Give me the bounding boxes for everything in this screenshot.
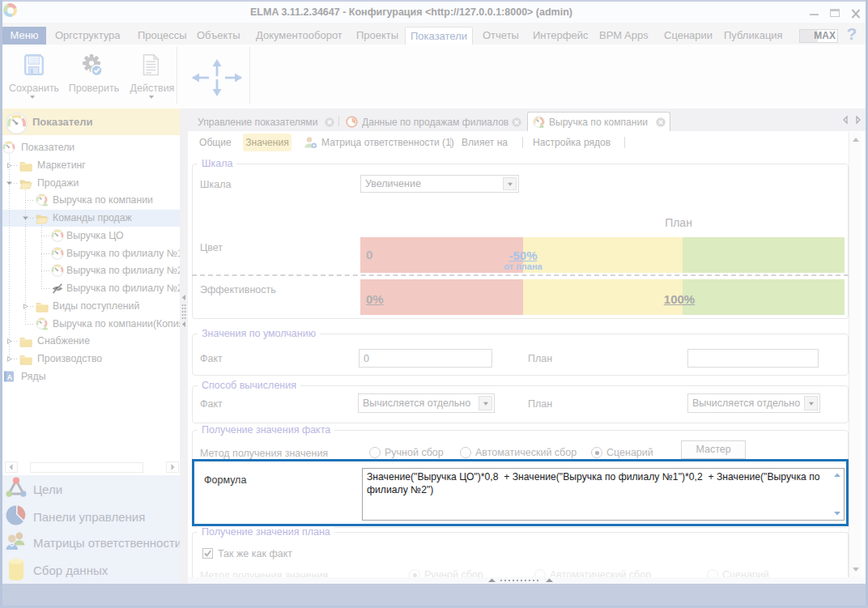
efficiency-scale-bar <box>360 279 845 315</box>
chevron-down-icon[interactable] <box>479 396 492 410</box>
scrollbar-thumb[interactable] <box>30 462 143 473</box>
check-gear-icon <box>81 53 102 76</box>
tree-item-продажи[interactable]: Продажи <box>2 174 180 192</box>
tree-item-выручка-по-филиалу-№1[interactable]: Выручка по филиалу №1 <box>2 244 180 262</box>
calc-fact-select[interactable]: Вычисляется отдельно <box>358 393 495 413</box>
scale-label: Шкала <box>200 179 231 190</box>
tree-collapse-icon[interactable] <box>6 180 13 187</box>
minimize-button[interactable] <box>809 9 820 19</box>
scroll-up-icon[interactable] <box>852 137 860 142</box>
close-button[interactable] <box>850 9 862 19</box>
ribbon-tabbar: MAX ? МенюОргструктураПроцессыОбъектыДок… <box>2 23 866 45</box>
ribbon-tab-menu[interactable]: Меню <box>2 27 46 45</box>
tree-item-показатели[interactable]: Показатели <box>2 138 180 156</box>
max-toggle[interactable]: MAX <box>799 29 838 43</box>
document-tab-label: Данные по продажам филиалов <box>362 117 508 128</box>
efficiency-zero-link[interactable]: 0% <box>366 292 384 306</box>
ribbon-tab-документооборот[interactable]: Документооборот <box>256 27 343 45</box>
plan-method-radio-1-selected[interactable] <box>409 569 420 577</box>
tree-item-производство[interactable]: Производство <box>2 350 180 368</box>
subtab-vliyaet-na[interactable]: Влияет на <box>462 131 508 154</box>
content-scrollbar[interactable] <box>849 132 862 577</box>
ribbon-tab-отчеты[interactable]: Отчеты <box>483 27 519 45</box>
tree-item-команды-продаж[interactable]: Команды продаж <box>2 209 180 227</box>
toolbar-button-сохранить[interactable]: Сохранить <box>9 45 57 108</box>
tree-item-выручка-по-филиалу-№2[interactable]: Выручка по филиалу №2 <box>2 261 180 279</box>
tree-collapse-icon[interactable] <box>22 215 29 222</box>
tree-expand-icon[interactable] <box>6 338 13 345</box>
tab-scroll-arrows[interactable] <box>842 115 863 125</box>
tree-expand-icon[interactable] <box>6 162 13 169</box>
tree-item-ряды[interactable]: АРяды <box>2 368 180 385</box>
ribbon-tab-показатели[interactable]: Показатели <box>405 27 473 45</box>
toolbar-button-проверить[interactable]: Проверить <box>67 45 121 108</box>
tree-item-label: Продажи <box>37 177 79 189</box>
scroll-left-button[interactable] <box>5 461 18 473</box>
plan-method-radio-2[interactable] <box>534 569 546 577</box>
scroll-up-icon[interactable] <box>832 471 842 479</box>
tree-item-выручка-по-компании-копия[interactable]: Выручка по компании(Копия <box>2 315 180 333</box>
document-tab-label: Управление показателями <box>198 117 321 128</box>
scale-select[interactable]: Увеличение <box>360 175 519 193</box>
tree-item-выручка-цо[interactable]: Выручка ЦО <box>2 227 180 244</box>
tab-close-icon[interactable] <box>656 117 666 127</box>
ribbon-tab-проекты[interactable]: Проекты <box>356 27 398 45</box>
subtab-obshchie[interactable]: Общие <box>199 131 232 154</box>
ribbon-tab-интерфейс[interactable]: Интерфейс <box>533 27 588 45</box>
tree-item-снабжение[interactable]: Снабжение <box>2 332 180 350</box>
sidebar-splitter[interactable] <box>180 108 188 584</box>
same-as-fact-checkbox[interactable] <box>202 548 213 559</box>
defaults-plan-input[interactable] <box>687 349 819 368</box>
efficiency-hundred-link[interactable]: 100% <box>639 292 720 306</box>
ribbon-tab-сценарии[interactable]: Сценарии <box>664 27 713 45</box>
sidebar-nav-сбор-данных[interactable]: Сбор данных <box>2 558 180 582</box>
chevron-down-icon <box>149 96 154 99</box>
tree-item-выручка-по-филиалу-№2[interactable]: Выручка по филиалу №2 <box>2 279 180 297</box>
sidebar-nav-матрицы-ответственности[interactable]: Матрицы ответственности <box>2 530 180 555</box>
fact-method-radio-2[interactable] <box>460 447 471 458</box>
subtab-nastrojka-ryadov[interactable]: Настройка рядов <box>533 131 611 154</box>
save-icon <box>23 53 45 76</box>
maximize-button[interactable] <box>829 9 840 19</box>
sidebar-nav-панели-управления[interactable]: Панели управления <box>2 504 180 529</box>
ribbon-tab-объекты[interactable]: Объекты <box>197 27 240 45</box>
gauge-icon <box>533 116 545 128</box>
plan-method-radio-3[interactable] <box>707 569 718 577</box>
sidebar-hscrollbar[interactable] <box>2 461 180 474</box>
ribbon-tab-процессы[interactable]: Процессы <box>138 27 187 45</box>
scroll-right-button[interactable] <box>166 461 179 473</box>
horizontal-splitter[interactable] <box>188 577 866 584</box>
chevron-down-icon[interactable] <box>503 177 517 190</box>
tree-expand-icon[interactable] <box>6 355 13 363</box>
fact-method-radio-1[interactable] <box>369 447 381 458</box>
color-bar-mid-link[interactable]: -50% <box>483 249 564 262</box>
chevron-down-icon[interactable] <box>804 396 818 410</box>
subtab-matrica[interactable]: Матрица ответственности (1) <box>321 131 454 154</box>
ribbon-tab-оргструктура[interactable]: Оргструктура <box>55 27 121 45</box>
ribbon-tab-bpm-apps[interactable]: BPM Apps <box>599 27 649 45</box>
defaults-fact-input[interactable]: 0 <box>359 349 492 368</box>
document-tab-1[interactable]: Управление показателями <box>194 113 338 131</box>
tree-item-выручка-по-компании[interactable]: Выручка по компании <box>2 191 180 209</box>
fact-method-radio-3-selected[interactable] <box>591 447 602 458</box>
formula-textarea[interactable]: Значение("Выручка ЦО")*0,8 + Значение("В… <box>362 468 845 521</box>
navigation-arrows[interactable] <box>187 55 249 97</box>
tree-expand-icon[interactable] <box>22 303 29 310</box>
folder-icon <box>19 160 32 172</box>
scroll-down-icon[interactable] <box>832 509 842 517</box>
tab-close-icon[interactable] <box>325 117 334 127</box>
help-icon[interactable]: ? <box>843 24 861 44</box>
sidebar-nav-цели[interactable]: Цели <box>2 477 180 501</box>
calc-plan-select[interactable]: Вычисляется отдельно <box>687 393 820 413</box>
document-tab-2[interactable]: Данные по продажам филиалов <box>341 113 525 131</box>
master-button[interactable]: Мастер <box>681 440 746 459</box>
toolbar-button-действия[interactable]: Действия <box>129 45 176 108</box>
tree-item-маркетинг[interactable]: Маркетинг <box>2 156 180 174</box>
ribbon-tab-публикация[interactable]: Публикация <box>724 27 783 45</box>
scroll-down-icon[interactable] <box>852 567 860 572</box>
document-tab-3[interactable]: Выручка по компании <box>527 112 670 131</box>
subtab-znacheniya[interactable]: Значения <box>243 134 291 151</box>
efficiency-bar-red-segment <box>360 279 523 315</box>
tree-item-виды-поступлений[interactable]: Виды поступлений <box>2 297 180 315</box>
tab-close-icon[interactable] <box>512 117 521 127</box>
